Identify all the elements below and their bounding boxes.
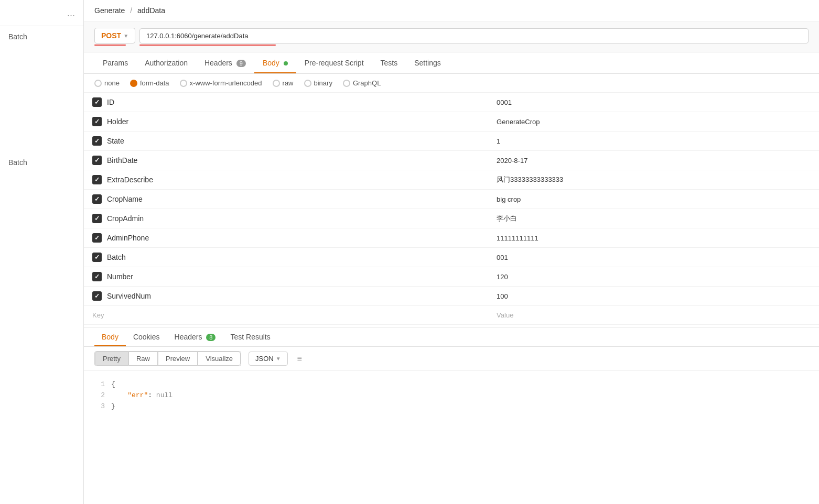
tab-authorization[interactable]: Authorization [136,52,196,73]
response-tab-test-results[interactable]: Test Results [223,327,277,346]
breadcrumb-separator: / [130,6,132,15]
table-row: Holder GenerateCrop [84,112,819,132]
body-dot [284,61,288,65]
placeholder-key[interactable]: Key [84,306,488,325]
chevron-down-icon: ▼ [276,356,281,361]
breadcrumb: Generate / addData [84,0,819,21]
tab-params[interactable]: Params [94,52,136,73]
table-row: CropName big crop [84,190,819,209]
code-line-3: 3 } [94,401,809,412]
sidebar: ··· Batch Batch [0,0,84,504]
table-row: CropAdmin 李小白 [84,209,819,228]
response-headers-badge: 8 [206,334,215,341]
table-row: BirthDate 2020-8-17 [84,151,819,170]
response-toolbar: Pretty Raw Preview Visualize JSON ▼ ≡ [84,347,819,371]
field-checkbox-state[interactable] [92,136,102,146]
table-row: SurvivedNum 100 [84,287,819,306]
field-key-survivednum: SurvivedNum [107,292,151,300]
field-value-number[interactable]: 120 [488,267,819,287]
method-label: POST [101,31,121,40]
field-value-birthdate[interactable]: 2020-8-17 [488,151,819,170]
field-checkbox-number[interactable] [92,272,102,281]
field-value-extradescribe[interactable]: 风门33333333333333 [488,170,819,190]
headers-badge: 9 [236,60,246,67]
tab-settings[interactable]: Settings [406,52,449,73]
chevron-down-icon: ▼ [123,33,128,39]
radio-binary [304,80,311,87]
field-key-cropadmin: CropAdmin [107,214,144,223]
table-row: State 1 [84,132,819,151]
body-type-form-data[interactable]: form-data [130,79,169,87]
body-type-binary[interactable]: binary [304,79,332,87]
field-value-state[interactable]: 1 [488,132,819,151]
tab-tests[interactable]: Tests [372,52,406,73]
breadcrumb-current: addData [137,6,165,15]
field-key-state: State [107,137,124,145]
radio-none [94,80,102,87]
radio-graphql [343,80,350,87]
field-checkbox-cropname[interactable] [92,194,102,204]
main-content: Generate / addData POST ▼ 127.0.0.1:6060… [84,0,819,504]
format-pretty-button[interactable]: Pretty [95,352,128,366]
body-type-graphql[interactable]: GraphQL [343,79,381,87]
format-preview-button[interactable]: Preview [158,352,198,366]
radio-raw [273,80,280,87]
field-key-holder: Holder [107,117,128,126]
table-row: AdminPhone 11111111111 [84,228,819,248]
field-checkbox-holder[interactable] [92,117,102,126]
top-bar: ··· [0,5,83,26]
field-value-cropadmin[interactable]: 李小白 [488,209,819,228]
field-key-cropname: CropName [107,195,143,203]
table-row: Batch 001 [84,248,819,267]
url-input[interactable]: 127.0.0.1:6060/generate/addData [139,28,809,43]
field-value-cropname[interactable]: big crop [488,190,819,209]
more-options-icon[interactable]: ··· [67,10,75,21]
json-format-label: JSON [255,355,274,363]
response-code: 1 { 2 "err": null 3 } [84,371,819,420]
field-key-id: ID [107,98,114,106]
field-checkbox-birthdate[interactable] [92,156,102,165]
response-tab-cookies[interactable]: Cookies [126,327,167,346]
code-line-1: 1 { [94,379,809,390]
format-raw-button[interactable]: Raw [128,352,158,366]
body-type-urlencoded[interactable]: x-www-form-urlencoded [180,79,262,87]
field-checkbox-id[interactable] [92,97,102,107]
tab-body[interactable]: Body [254,52,296,73]
placeholder-row: Key Value [84,306,819,325]
sidebar-item-batch-bottom[interactable]: Batch [0,152,83,173]
body-type-raw[interactable]: raw [273,79,294,87]
placeholder-value[interactable]: Value [488,306,819,325]
field-value-adminphone[interactable]: 11111111111 [488,228,819,248]
body-type-none[interactable]: none [94,79,120,87]
field-value-batch[interactable]: 001 [488,248,819,267]
form-data-table: ID 0001 Holder GenerateCrop State 1 [84,93,819,325]
radio-urlencoded [180,80,187,87]
code-line-2: 2 "err": null [94,390,809,401]
field-key-extradescribe: ExtraDescribe [107,176,153,184]
response-tab-headers[interactable]: Headers 8 [167,327,223,346]
field-checkbox-adminphone[interactable] [92,233,102,243]
table-row: ID 0001 [84,93,819,112]
field-key-birthdate: BirthDate [107,156,137,165]
body-type-bar: none form-data x-www-form-urlencoded raw… [84,74,819,93]
response-tab-body[interactable]: Body [94,327,126,346]
wrap-button[interactable]: ≡ [293,352,306,366]
field-checkbox-extradescribe[interactable] [92,175,102,184]
format-visualize-button[interactable]: Visualize [198,352,241,366]
table-row: ExtraDescribe 风门33333333333333 [84,170,819,190]
table-row: Number 120 [84,267,819,287]
tab-pre-request[interactable]: Pre-request Script [296,52,372,73]
request-tabs: Params Authorization Headers 9 Body Pre-… [84,52,819,74]
field-checkbox-batch[interactable] [92,253,102,262]
tab-headers[interactable]: Headers 9 [196,52,254,73]
field-checkbox-survivednum[interactable] [92,291,102,301]
json-format-selector[interactable]: JSON ▼ [249,352,288,366]
field-value-holder[interactable]: GenerateCrop [488,112,819,132]
field-value-survivednum[interactable]: 100 [488,287,819,306]
sidebar-item-batch-top[interactable]: Batch [0,26,83,47]
field-value-id[interactable]: 0001 [488,93,819,112]
breadcrumb-parent[interactable]: Generate [94,6,125,15]
field-key-number: Number [107,272,133,281]
method-selector[interactable]: POST ▼ [94,28,135,46]
field-checkbox-cropadmin[interactable] [92,214,102,223]
